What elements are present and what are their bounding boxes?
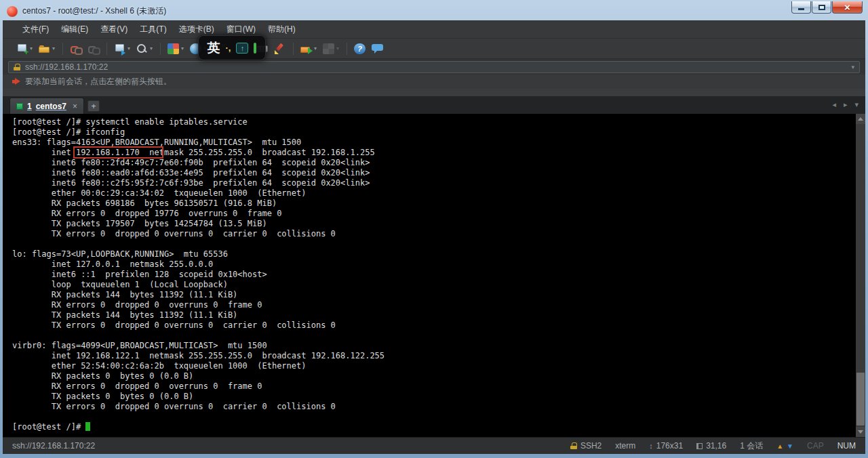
terminal-line: virbr0: flags=4099<UP,BROADCAST,MULTICAS… bbox=[12, 341, 852, 351]
terminal-line: inet6 ::1 prefixlen 128 scopeid 0x10<hos… bbox=[12, 270, 852, 280]
menu-item-2[interactable]: 查看(V) bbox=[94, 21, 134, 38]
minimize-button[interactable] bbox=[791, 1, 811, 14]
scroll-down-icon[interactable] bbox=[856, 427, 865, 437]
address-dropdown-icon[interactable]: ▾ bbox=[851, 64, 854, 70]
terminal-line bbox=[12, 412, 852, 422]
tab-scroll-left-icon[interactable]: ◂ bbox=[832, 100, 836, 109]
status-num-lock: NUM bbox=[837, 441, 856, 451]
dropdown-arrow-icon[interactable]: ▾ bbox=[30, 45, 33, 51]
terminal-line: TX packets 0 bytes 0 (0.0 B) bbox=[12, 392, 852, 402]
menu-item-1[interactable]: 编辑(E) bbox=[55, 21, 94, 38]
menu-item-6[interactable]: 帮助(H) bbox=[262, 21, 302, 38]
red-arrow-icon bbox=[12, 78, 20, 85]
dropdown-arrow-icon[interactable]: ▾ bbox=[127, 45, 130, 51]
scrollbar-thumb[interactable] bbox=[856, 373, 865, 425]
terminal-line bbox=[12, 239, 852, 249]
menu-item-3[interactable]: 工具(T) bbox=[134, 21, 172, 38]
terminal-line: RX errors 0 dropped 0 overruns 0 frame 0 bbox=[12, 381, 852, 392]
status-bar: ssh://192.168.1.170:22 SSH2 xterm ↕ 176x… bbox=[3, 437, 865, 454]
terminal[interactable]: [root@test /]# systemctl enable iptables… bbox=[3, 114, 865, 437]
close-button[interactable] bbox=[832, 1, 863, 14]
disconnect-button[interactable] bbox=[67, 41, 84, 56]
new-session-button[interactable]: ▾ bbox=[14, 41, 35, 56]
xshell-window: centos7 - root@test:/ - Xshell 6 (未激活) 文… bbox=[0, 0, 868, 458]
menu-item-0[interactable]: 文件(F) bbox=[16, 21, 55, 38]
terminal-line: RX errors 0 dropped 0 overruns 0 frame 0 bbox=[12, 300, 852, 310]
tab-bar: 1 centos7 × + ◂ ▸ ▾ bbox=[3, 96, 865, 114]
status-cursor-group: 31,16 bbox=[696, 441, 726, 451]
ime-punctuation-indicator[interactable]: ·, bbox=[226, 43, 231, 53]
address-input[interactable]: ssh://192.168.1.170:22 ▾ bbox=[8, 61, 860, 73]
scroll-up-icon[interactable] bbox=[856, 114, 865, 124]
terminal-line bbox=[12, 331, 852, 341]
terminal-line: RX errors 0 dropped 19776 overruns 0 fra… bbox=[12, 209, 852, 219]
terminal-line: RX packets 144 bytes 11392 (11.1 KiB) bbox=[12, 290, 852, 300]
terminal-line: loop txqueuelen 1 (Local Loopback) bbox=[12, 280, 852, 290]
tab-number: 1 bbox=[27, 102, 32, 111]
tab-centos7[interactable]: 1 centos7 × bbox=[9, 98, 84, 114]
new-tab-button[interactable]: + bbox=[87, 100, 100, 112]
terminal-scrollbar[interactable] bbox=[856, 114, 865, 437]
terminal-line: [root@test /]# bbox=[12, 422, 852, 432]
ssl-lock-icon bbox=[14, 64, 20, 70]
terminal-cursor bbox=[85, 422, 90, 431]
terminal-line: TX errors 0 dropped 0 overruns 0 carrier… bbox=[12, 229, 852, 239]
dropdown-arrow-icon[interactable]: ▾ bbox=[150, 45, 153, 51]
status-session-count: 1 会话 bbox=[740, 440, 763, 452]
status-connection: ssh://192.168.1.170:22 bbox=[12, 441, 570, 451]
tab-list-dropdown-icon[interactable]: ▾ bbox=[854, 100, 859, 109]
tab-close-icon[interactable]: × bbox=[73, 102, 77, 110]
terminal-line: ether 52:54:00:c2:6a:2b txqueuelen 1000 … bbox=[12, 361, 852, 371]
ime-overlay[interactable]: 英 ·, ↑ bbox=[198, 35, 266, 60]
terminal-line: [root@test /]# systemctl enable iptables… bbox=[12, 117, 852, 127]
status-transfer-group: ▲ ▼ bbox=[776, 442, 793, 450]
tab-label: centos7 bbox=[36, 102, 66, 111]
ime-soft-keyboard-icon[interactable]: ↑ bbox=[236, 43, 248, 54]
minimize-icon bbox=[798, 8, 804, 10]
layout-icon bbox=[167, 43, 179, 54]
chat-button[interactable] bbox=[369, 41, 386, 56]
duplicate-session-button[interactable]: ▾ bbox=[111, 41, 133, 56]
terminal-line: ens33: flags=4163<UP,BROADCAST,RUNNING,M… bbox=[12, 138, 852, 148]
session-status-icon bbox=[16, 103, 23, 110]
close-icon bbox=[844, 1, 850, 14]
ime-mode-indicator[interactable]: 英 bbox=[208, 39, 220, 57]
address-value: ssh://192.168.1.170:22 bbox=[25, 62, 846, 72]
toolbar-separator bbox=[160, 43, 161, 55]
toolbar-separator bbox=[347, 43, 347, 55]
terminal-line: inet6 fe80::2fd4:49c7:7e60:f90b prefixle… bbox=[12, 158, 852, 168]
dropdown-arrow-icon[interactable]: ▾ bbox=[336, 45, 339, 51]
dropdown-arrow-icon[interactable]: ▾ bbox=[181, 45, 184, 51]
terminal-line: inet 192.168.1.170 netmask 255.255.255.0… bbox=[12, 148, 852, 158]
info-bar: 要添加当前会话，点击左侧的箭头按钮。 bbox=[3, 75, 865, 89]
info-text: 要添加当前会话，点击左侧的箭头按钮。 bbox=[25, 76, 172, 87]
tab-nav-controls: ◂ ▸ ▾ bbox=[832, 100, 859, 109]
highlighter-button[interactable] bbox=[271, 41, 288, 56]
maximize-button[interactable] bbox=[812, 1, 831, 14]
menu-bar: 文件(F)编辑(E)查看(V)工具(T)选项卡(B)窗口(W)帮助(H) bbox=[3, 20, 865, 38]
disconnect-icon bbox=[70, 43, 81, 54]
help-button[interactable] bbox=[351, 41, 368, 56]
duplicate-session-icon bbox=[114, 43, 125, 54]
status-terminal-type: xterm bbox=[615, 441, 635, 451]
xshell-logo-icon bbox=[7, 6, 18, 17]
transfer-folder-button[interactable]: ▾ bbox=[298, 41, 319, 56]
tab-scroll-right-icon[interactable]: ▸ bbox=[844, 100, 848, 109]
terminal-line: inet6 fe80::ead0:af6d:633e:4e95 prefixle… bbox=[12, 168, 852, 178]
status-size-group: ↕ 176x31 bbox=[649, 441, 683, 451]
dropdown-arrow-icon[interactable]: ▾ bbox=[314, 45, 317, 51]
find-button[interactable]: ▾ bbox=[134, 41, 155, 56]
find-icon bbox=[136, 43, 148, 54]
layout-button[interactable]: ▾ bbox=[165, 41, 186, 56]
open-folder-button[interactable]: ▾ bbox=[36, 41, 58, 56]
lock-icon bbox=[570, 442, 577, 449]
upload-icon: ▲ bbox=[776, 442, 783, 450]
dropdown-arrow-icon[interactable]: ▾ bbox=[52, 45, 55, 51]
terminal-line: inet 192.168.122.1 netmask 255.255.255.0… bbox=[12, 351, 852, 361]
terminal-output: [root@test /]# systemctl enable iptables… bbox=[3, 114, 865, 432]
toolbar-dock-spacer bbox=[3, 89, 865, 96]
open-folder-icon bbox=[39, 43, 50, 54]
titlebar[interactable]: centos7 - root@test:/ - Xshell 6 (未激活) bbox=[0, 0, 868, 20]
status-terminal-size: 176x31 bbox=[656, 441, 683, 451]
terminal-line: TX packets 144 bytes 11392 (11.1 KiB) bbox=[12, 310, 852, 320]
